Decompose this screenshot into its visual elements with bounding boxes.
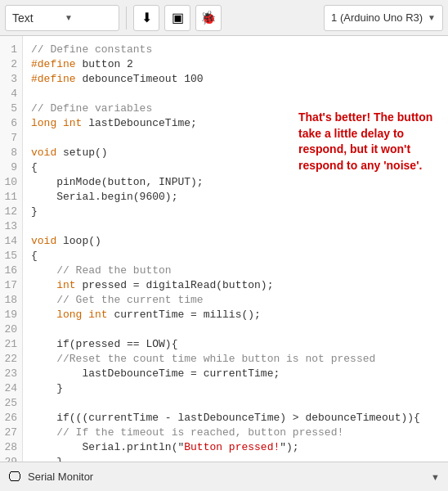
board-label: 1 (Arduino Uno R3) bbox=[331, 11, 423, 24]
code-line: } bbox=[31, 455, 440, 462]
code-line: #define button 2 bbox=[31, 57, 440, 72]
line-numbers: 1234567891011121314151617181920212223242… bbox=[0, 36, 23, 462]
board-chevron: ▼ bbox=[428, 13, 436, 22]
code-line bbox=[31, 219, 440, 234]
status-bar-chevron: ▼ bbox=[431, 472, 440, 482]
bug-icon: 🐞 bbox=[200, 10, 217, 25]
toolbar: Text ▼ ⬇ ▣ 🐞 1 (Arduino Uno R3) ▼ bbox=[0, 0, 448, 36]
code-line: if(((currentTime - lastDebounceTime) > d… bbox=[31, 411, 440, 426]
code-line: void setup() bbox=[31, 146, 440, 160]
serial-monitor-icon: 🖵 bbox=[8, 470, 21, 484]
code-line: Serial.println("Button pressed!"); bbox=[31, 440, 440, 455]
code-editor[interactable]: // Define constants#define button 2#defi… bbox=[23, 36, 448, 462]
toolbar-divider-1 bbox=[126, 7, 127, 29]
code-line: } bbox=[31, 205, 440, 219]
code-line: long int currentTime = millis(); bbox=[31, 308, 440, 322]
serial-monitor-label: Serial Monitor bbox=[28, 471, 93, 483]
code-line: #define debounceTimeout 100 bbox=[31, 72, 440, 87]
download-button[interactable]: ⬇ bbox=[133, 5, 159, 31]
code-line: int pressed = digitalRead(button); bbox=[31, 278, 440, 293]
code-line: } bbox=[31, 381, 440, 396]
code-line: // Read the button bbox=[31, 264, 440, 278]
code-line: // Define variables bbox=[31, 101, 440, 116]
code-line bbox=[31, 322, 440, 337]
monitor-button[interactable]: ▣ bbox=[164, 5, 190, 31]
code-line: // If the timeout is reached, button pre… bbox=[31, 426, 440, 440]
code-line bbox=[31, 131, 440, 146]
debug-button[interactable]: 🐞 bbox=[195, 5, 222, 31]
text-type-select[interactable]: Text ▼ bbox=[5, 5, 119, 31]
code-line: Serial.begin(9600); bbox=[31, 190, 440, 205]
status-bar: 🖵 Serial Monitor ▼ bbox=[0, 462, 448, 491]
code-line: void loop() bbox=[31, 234, 440, 249]
code-line: //Reset the count time while button is n… bbox=[31, 352, 440, 367]
board-select[interactable]: 1 (Arduino Uno R3) ▼ bbox=[324, 5, 443, 31]
code-line: lastDebounceTime = currentTime; bbox=[31, 367, 440, 381]
code-line: { bbox=[31, 249, 440, 264]
code-line: if(pressed == LOW){ bbox=[31, 337, 440, 352]
code-line: { bbox=[31, 160, 440, 175]
toolbar-right: 1 (Arduino Uno R3) ▼ bbox=[324, 5, 443, 31]
text-type-chevron: ▼ bbox=[65, 13, 112, 22]
code-line bbox=[31, 87, 440, 101]
code-line bbox=[31, 396, 440, 411]
code-line: // Define constants bbox=[31, 43, 440, 57]
download-icon: ⬇ bbox=[141, 10, 152, 25]
monitor-icon: ▣ bbox=[172, 10, 184, 25]
editor-area: 1234567891011121314151617181920212223242… bbox=[0, 36, 448, 462]
text-type-label: Text bbox=[12, 11, 60, 25]
code-line: long int lastDebounceTime; bbox=[31, 116, 440, 131]
code-line: // Get the current time bbox=[31, 293, 440, 308]
code-line: pinMode(button, INPUT); bbox=[31, 175, 440, 190]
